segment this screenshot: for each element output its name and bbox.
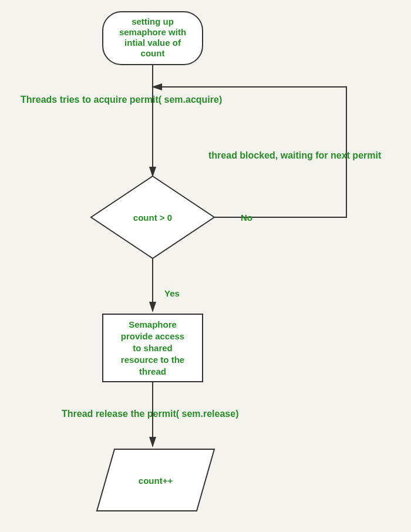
process-node: Semaphore provide access to shared resou… (103, 314, 203, 382)
release-label: Thread release the permit( sem.release) (62, 409, 238, 419)
blocked-label: thread blocked, waiting for next permit (208, 150, 382, 160)
no-label: No (241, 213, 252, 223)
process-text-5: thread (139, 366, 166, 376)
decision-node: count > 0 (91, 176, 214, 258)
process-text-2: provide access (121, 331, 184, 341)
start-text-2: semaphore with (119, 27, 186, 37)
final-text: count++ (139, 476, 173, 486)
start-node: setting up semaphore with intial value o… (103, 12, 203, 65)
start-text-3: intial value of (124, 38, 181, 48)
process-text-4: resource to the (121, 355, 184, 365)
decision-text: count > 0 (133, 213, 172, 223)
final-node: count++ (97, 449, 214, 511)
yes-label: Yes (164, 288, 180, 298)
start-text-1: setting up (132, 16, 174, 26)
process-text-1: Semaphore (129, 319, 177, 329)
start-text-4: count (141, 48, 165, 58)
process-text-3: to shared (133, 343, 173, 353)
flowchart: setting up semaphore with intial value o… (0, 0, 411, 532)
acquire-label: Threads tries to acquire permit( sem.acq… (21, 95, 222, 105)
